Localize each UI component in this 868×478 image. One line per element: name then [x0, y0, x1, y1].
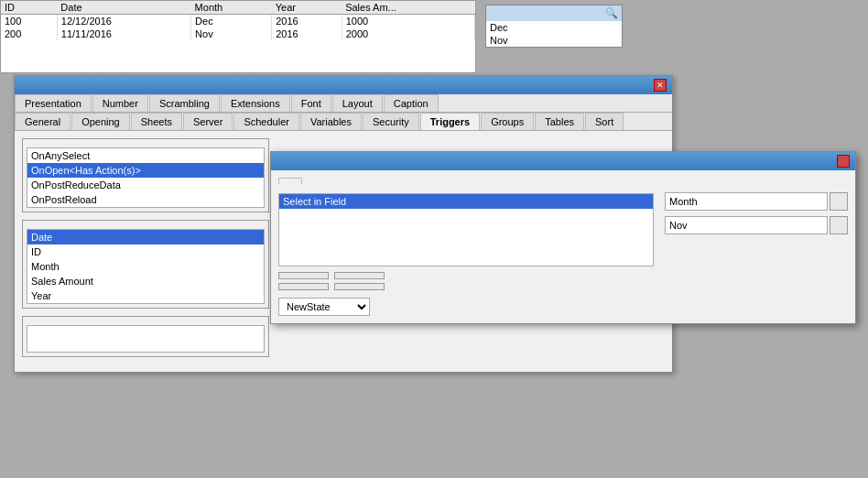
doc-props-tab-row1[interactable]: Extensions [221, 94, 290, 112]
doc-event-trigger-item[interactable]: OnPostReduceData [27, 178, 264, 192]
doc-props-tab-row2[interactable]: Triggers [420, 113, 480, 130]
actions-right-panel [665, 190, 848, 316]
doc-event-triggers-group: OnAnySelectOnOpen<Has Action(s)>OnPostRe… [22, 138, 269, 212]
field-event-triggers-group: DateIDMonthSales AmountYear [22, 220, 269, 309]
field-input[interactable] [665, 192, 828, 211]
table-cell: 100 [1, 15, 57, 28]
table-header-cell: ID [1, 1, 57, 15]
search-string-input[interactable] [665, 216, 828, 234]
table-cell: 2000 [342, 27, 474, 40]
add-button[interactable] [278, 272, 329, 279]
doc-props-tab-row2[interactable]: Opening [71, 113, 130, 130]
table-cell: 1000 [342, 15, 474, 28]
variable-event-triggers-list[interactable] [27, 325, 265, 353]
actions-main-buttons [278, 272, 654, 279]
table-header-cell: Date [57, 1, 190, 15]
field-event-trigger-item[interactable]: ID [27, 244, 264, 259]
search-string-browse-button[interactable] [830, 216, 848, 234]
alt-state-select[interactable]: NewStateinherited [278, 298, 370, 316]
month-listbox-item[interactable]: Dec [486, 21, 622, 34]
field-event-triggers-list[interactable]: DateIDMonthSales AmountYear [27, 229, 265, 304]
actions-body: Select in Field NewStateinherited [278, 190, 848, 316]
table-cell: Dec [191, 15, 272, 28]
table-row: 20011/11/2016Nov20162000 [1, 27, 475, 40]
doc-props-close-button[interactable]: ✕ [654, 79, 667, 92]
doc-event-trigger-item[interactable]: OnOpen<Has Action(s)> [27, 163, 264, 178]
search-string-input-row [665, 216, 848, 234]
field-input-row [665, 192, 848, 211]
table-cell: 2016 [272, 27, 342, 40]
actions-left-panel: Select in Field NewStateinherited [278, 190, 654, 316]
tab-actions[interactable] [278, 178, 302, 185]
search-string-row [665, 216, 848, 234]
field-browse-button[interactable] [830, 192, 848, 211]
actions-tab-row [278, 178, 848, 185]
doc-props-tab-row2[interactable]: Security [363, 113, 419, 130]
actions-secondary-buttons [278, 283, 654, 290]
table-header-cell: Month [191, 1, 272, 15]
table-cell: 12/12/2016 [57, 15, 190, 28]
promote-button[interactable] [278, 283, 329, 290]
delete-button[interactable] [334, 272, 385, 279]
table-row: 10012/12/2016Dec20161000 [1, 15, 475, 28]
triggers-panel: OnAnySelectOnOpen<Has Action(s)>OnPostRe… [22, 138, 269, 364]
table-cell: Nov [191, 27, 272, 40]
variable-event-triggers-group [22, 316, 269, 357]
actions-content: Select in Field NewStateinherited [271, 170, 855, 323]
doc-props-tab-row2[interactable]: Variables [300, 113, 362, 130]
month-listbox-item[interactable]: Nov [486, 34, 622, 47]
field-row [665, 192, 848, 211]
doc-props-titlebar: ✕ [15, 76, 672, 94]
month-listbox-header: 🔍 [486, 5, 622, 21]
doc-event-trigger-item[interactable]: OnPostReload [27, 192, 264, 207]
doc-props-tab-row2[interactable]: Groups [481, 113, 534, 130]
doc-props-tab-row2[interactable]: Server [183, 113, 233, 130]
actions-listbox[interactable]: Select in Field [278, 193, 654, 266]
month-listbox: 🔍 DecNov [485, 5, 623, 48]
field-event-trigger-item[interactable]: Sales Amount [27, 274, 264, 288]
variable-event-triggers-label [27, 320, 265, 322]
doc-props-tab-row2[interactable]: Sheets [131, 113, 182, 130]
table-cell: 2016 [272, 15, 342, 28]
doc-event-triggers-list[interactable]: OnAnySelectOnOpen<Has Action(s)>OnPostRe… [27, 147, 265, 208]
table-header-cell: Sales Am... [342, 1, 474, 15]
actions-close-button[interactable] [837, 155, 850, 168]
actions-dialog: Select in Field NewStateinherited [270, 151, 856, 324]
field-event-triggers-label [27, 224, 265, 226]
doc-props-tab-row2[interactable]: Tables [535, 113, 584, 130]
doc-props-tab-row2[interactable]: General [15, 113, 71, 130]
field-event-trigger-item[interactable]: Date [27, 230, 264, 244]
doc-props-tabs-row1: PresentationNumberScramblingExtensionsFo… [15, 94, 672, 113]
table-header-cell: Year [272, 1, 342, 15]
table-cell: 200 [1, 27, 57, 40]
actions-listbox-item[interactable]: Select in Field [279, 194, 653, 209]
alt-state-row: NewStateinherited [278, 298, 654, 316]
doc-props-tab-row1[interactable]: Presentation [15, 94, 92, 112]
month-listbox-body: DecNov [486, 21, 622, 47]
doc-props-tab-row1[interactable]: Number [92, 94, 148, 112]
demote-button[interactable] [334, 283, 385, 290]
doc-props-tab-row2[interactable]: Sort [585, 113, 624, 130]
table-cell: 11/11/2016 [57, 27, 190, 40]
field-event-trigger-item[interactable]: Month [27, 259, 264, 274]
doc-props-tab-row1[interactable]: Font [291, 94, 331, 112]
doc-event-triggers-label [27, 143, 265, 145]
doc-props-tab-row2[interactable]: Scheduler [233, 113, 299, 130]
month-search-icon[interactable]: 🔍 [605, 7, 618, 19]
background-table: IDDateMonthYearSales Am... 10012/12/2016… [0, 0, 476, 73]
doc-props-tab-row1[interactable]: Layout [332, 94, 383, 112]
doc-props-tabs-row2: GeneralOpeningSheetsServerSchedulerVaria… [15, 113, 672, 131]
doc-event-trigger-item[interactable]: OnAnySelect [27, 148, 264, 163]
doc-props-tab-row1[interactable]: Caption [384, 94, 439, 112]
doc-props-tab-row1[interactable]: Scrambling [149, 94, 220, 112]
field-event-trigger-item[interactable]: Year [27, 288, 264, 303]
actions-titlebar [271, 152, 855, 170]
